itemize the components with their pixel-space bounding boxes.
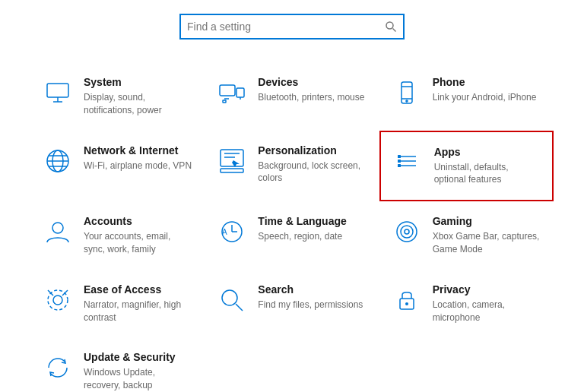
svg-rect-2 <box>47 84 68 97</box>
item-desc-personalization: Background, lock screen, colors <box>258 160 367 185</box>
item-desc-apps: Uninstall, defaults, optional features <box>434 161 540 187</box>
devices-icon <box>217 77 247 108</box>
settings-item-devices[interactable]: Devices Bluetooth, printers, mouse <box>205 62 379 131</box>
time-icon: A <box>217 217 247 247</box>
item-title-apps: Apps <box>434 146 540 158</box>
privacy-icon <box>392 285 422 315</box>
item-desc-privacy: Location, camera, microphone <box>433 299 541 324</box>
item-title-accounts: Accounts <box>84 215 192 227</box>
svg-rect-28 <box>398 164 401 167</box>
system-icon <box>43 77 73 108</box>
settings-item-phone[interactable]: Phone Link your Android, iPhone <box>379 62 554 131</box>
svg-point-44 <box>405 302 408 305</box>
item-title-phone: Phone <box>433 76 537 88</box>
search-box[interactable] <box>179 14 405 40</box>
item-title-search: Search <box>258 283 363 296</box>
svg-point-0 <box>386 22 393 29</box>
item-title-gaming: Gaming <box>433 215 541 227</box>
svg-line-1 <box>393 29 396 32</box>
svg-point-35 <box>401 226 413 238</box>
settings-item-time[interactable]: A Time & Language Speech, region, date <box>205 201 379 270</box>
settings-item-ease[interactable]: Ease of Access Narrator, magnifier, high… <box>30 270 205 338</box>
svg-rect-19 <box>221 150 243 166</box>
settings-item-personalization[interactable]: Personalization Background, lock screen,… <box>205 131 379 202</box>
svg-text:A: A <box>222 228 227 236</box>
svg-point-13 <box>406 100 408 102</box>
item-desc-network: Wi-Fi, airplane mode, VPN <box>84 160 192 172</box>
svg-rect-8 <box>223 100 226 103</box>
svg-line-39 <box>48 290 53 296</box>
item-desc-system: Display, sound, notifications, power <box>84 91 192 117</box>
svg-rect-20 <box>221 169 243 172</box>
settings-item-search[interactable]: Search Find my files, permissions <box>205 270 379 338</box>
settings-grid: System Display, sound, notifications, po… <box>0 62 584 392</box>
settings-item-privacy[interactable]: Privacy Location, camera, microphone <box>379 270 554 338</box>
svg-point-38 <box>53 296 62 305</box>
settings-item-system[interactable]: System Display, sound, notifications, po… <box>30 62 205 131</box>
item-title-system: System <box>84 76 192 88</box>
network-icon <box>43 146 73 176</box>
ease-icon <box>43 285 73 315</box>
item-title-personalization: Personalization <box>258 144 367 156</box>
apps-icon <box>393 147 424 178</box>
search-icon <box>217 285 247 315</box>
svg-rect-6 <box>236 88 244 97</box>
item-desc-gaming: Xbox Game Bar, captures, Game Mode <box>433 230 541 256</box>
settings-item-accounts[interactable]: Accounts Your accounts, email, sync, wor… <box>30 201 205 270</box>
item-desc-time: Speech, region, date <box>258 230 346 243</box>
settings-item-update[interactable]: Update & Security Windows Update, recove… <box>30 337 205 392</box>
settings-item-apps[interactable]: Apps Uninstall, defaults, optional featu… <box>379 131 554 202</box>
item-desc-phone: Link your Android, iPhone <box>433 91 537 104</box>
item-title-network: Network & Internet <box>84 144 192 156</box>
item-title-time: Time & Language <box>258 215 346 227</box>
svg-rect-27 <box>398 160 401 163</box>
svg-rect-26 <box>398 155 401 158</box>
item-desc-devices: Bluetooth, printers, mouse <box>258 91 364 104</box>
item-desc-accounts: Your accounts, email, sync, work, family <box>84 230 192 256</box>
gaming-icon <box>392 217 422 247</box>
item-title-update: Update & Security <box>84 351 192 363</box>
svg-rect-5 <box>220 85 235 96</box>
item-desc-search: Find my files, permissions <box>258 299 363 311</box>
item-title-devices: Devices <box>258 76 364 88</box>
svg-line-40 <box>62 290 68 296</box>
personalization-icon <box>217 146 247 176</box>
update-icon <box>43 352 73 383</box>
phone-icon <box>392 77 422 108</box>
search-icon <box>385 21 397 33</box>
accounts-icon <box>43 217 73 247</box>
svg-point-36 <box>405 229 409 234</box>
settings-item-network[interactable]: Network & Internet Wi-Fi, airplane mode,… <box>30 131 205 202</box>
settings-item-gaming[interactable]: Gaming Xbox Game Bar, captures, Game Mod… <box>379 201 554 270</box>
search-input[interactable] <box>187 21 385 33</box>
svg-point-41 <box>222 290 237 305</box>
svg-point-34 <box>397 222 417 242</box>
item-title-ease: Ease of Access <box>84 283 192 296</box>
item-desc-update: Windows Update, recovery, backup <box>84 366 192 392</box>
item-title-privacy: Privacy <box>433 283 541 296</box>
item-desc-ease: Narrator, magnifier, high contrast <box>84 299 192 324</box>
svg-line-42 <box>236 304 243 311</box>
svg-point-29 <box>52 223 63 233</box>
